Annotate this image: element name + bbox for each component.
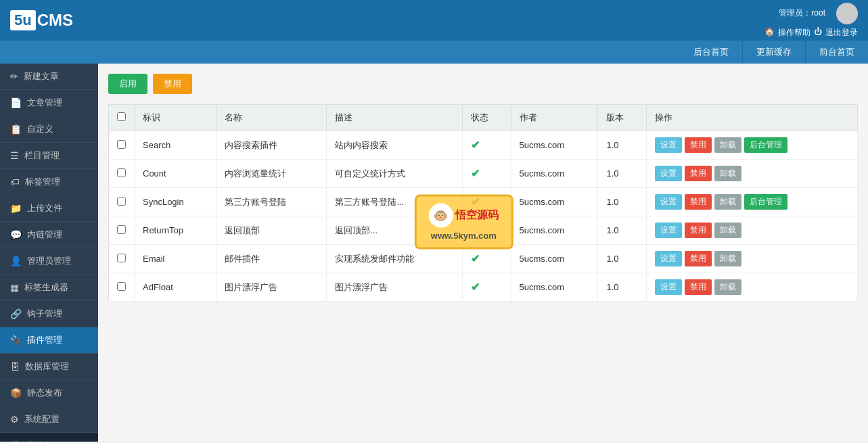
col-version: 版本 [598,105,647,131]
help-link[interactable]: 操作帮助 [778,27,810,39]
sidebar-item-inner-link[interactable]: 💬 内链管理 [0,222,98,248]
sidebar-item-column-manage[interactable]: ☰ 栏目管理 [0,143,98,169]
custom-icon: 📋 [10,124,22,135]
status-enabled-icon: ✔ [471,196,480,208]
cell-name-2: 第三方账号登陆 [216,188,327,216]
sidebar-item-static-publish[interactable]: 📦 静态发布 [0,380,98,406]
sidebar-item-db-manage[interactable]: 🗄 数据库管理 [0,354,98,380]
backend-btn-0[interactable]: 后台管理 [744,137,787,153]
col-author: 作者 [511,105,598,131]
cell-desc-2: 第三方账号登陆... [327,188,462,216]
cell-version-0: 1.0 [598,131,647,160]
unload-btn-3[interactable]: 卸载 [714,223,741,238]
setting-btn-2[interactable]: 设置 [655,194,682,210]
sidebar-label-custom: 自定义 [27,123,53,135]
cell-author-2: 5ucms.com [511,188,598,216]
status-enabled-icon: ✔ [471,139,480,151]
ban-btn-5[interactable]: 禁用 [685,279,712,295]
sidebar-label-tag-manage: 标签管理 [25,176,60,188]
ban-btn-1[interactable]: 禁用 [685,166,712,181]
frontend-home-btn[interactable]: 前台首页 [805,41,868,64]
sidebar-item-admin-manage[interactable]: 👤 管理员管理 [0,248,98,275]
row-checkbox-1[interactable] [117,168,126,177]
cell-id-2: SyncLogin [135,188,216,216]
db-manage-icon: 🗄 [10,361,20,372]
sidebar-label-new-article: 新建文章 [24,70,59,83]
logo: 5u CMS [10,10,73,30]
backend-home-btn[interactable]: 后台首页 [680,41,742,64]
unload-btn-1[interactable]: 卸载 [714,166,741,181]
cell-version-5: 1.0 [598,273,647,302]
logout-link[interactable]: 退出登录 [825,27,858,39]
system-config-icon: ⚙ [10,414,19,425]
cell-op-4: 设置 禁用 卸载 [647,245,858,273]
header: 5u CMS 管理员：root 🏠 操作帮助 ⏻ 退出登录 [0,0,868,41]
disable-button[interactable]: 禁用 [153,74,192,94]
table-row: ReturnTop返回顶部返回顶部...5ucms.com1.0 设置 禁用 卸… [109,216,858,245]
row-checkbox-0[interactable] [117,140,126,149]
sidebar-item-hook-manage[interactable]: 🔗 钩子管理 [0,301,98,327]
cell-status-2: ✔ [462,188,511,216]
action-bar: 启用 禁用 [108,74,858,94]
cell-op-0: 设置 禁用 卸载后台管理 [647,131,858,160]
update-cache-btn[interactable]: 更新缓存 [742,41,805,64]
cell-op-5: 设置 禁用 卸载 [647,273,858,302]
cell-name-3: 返回顶部 [216,216,327,245]
cache-status: 缓存已开启 [10,440,51,442]
unload-btn-0[interactable]: 卸载 [714,137,741,153]
ban-btn-3[interactable]: 禁用 [685,223,712,238]
sidebar: ✏ 新建文章 📄 文章管理 📋 自定义 ☰ 栏目管理 🏷 标签管理 📁 上传文件… [0,64,98,442]
setting-btn-5[interactable]: 设置 [655,279,682,295]
sidebar-item-article-manage[interactable]: 📄 文章管理 [0,90,98,116]
cell-status-5: ✔ [462,273,511,302]
sidebar-label-admin-manage: 管理员管理 [27,255,71,267]
cell-status-3 [462,216,511,245]
plugin-table: 标识 名称 描述 状态 作者 版本 操作 Search内容搜索插件站内内容搜索✔… [108,104,858,302]
setting-btn-0[interactable]: 设置 [655,137,682,153]
backend-btn-2[interactable]: 后台管理 [744,194,787,210]
select-all-checkbox[interactable] [117,112,126,121]
sidebar-item-upload-file[interactable]: 📁 上传文件 [0,195,98,222]
sidebar-item-tag-generator[interactable]: ▦ 标签生成器 [0,275,98,301]
static-publish-icon: 📦 [10,388,22,398]
ban-btn-0[interactable]: 禁用 [685,137,712,153]
enable-button[interactable]: 启用 [108,74,147,94]
setting-btn-3[interactable]: 设置 [655,223,682,238]
cell-id-4: Email [135,245,216,273]
sidebar-item-plugin-manage[interactable]: 🔌 插件管理 [0,327,98,354]
row-checkbox-3[interactable] [117,225,126,234]
new-article-icon: ✏ [10,71,18,82]
sidebar-item-system-config[interactable]: ⚙ 系统配置 [0,406,98,433]
ban-btn-4[interactable]: 禁用 [685,251,712,266]
sidebar-item-tag-manage[interactable]: 🏷 标签管理 [0,169,98,195]
row-checkbox-2[interactable] [117,197,126,206]
tag-manage-icon: 🏷 [10,177,20,187]
sidebar-item-custom[interactable]: 📋 自定义 [0,116,98,143]
setting-btn-1[interactable]: 设置 [655,166,682,181]
cell-version-3: 1.0 [598,216,647,245]
table-row: Search内容搜索插件站内内容搜索✔5ucms.com1.0 设置 禁用 卸载… [109,131,858,160]
plugin-manage-icon: 🔌 [10,335,22,346]
power-icon: ⏻ [814,27,822,39]
cell-id-3: ReturnTop [135,216,216,245]
ban-btn-2[interactable]: 禁用 [685,194,712,210]
col-checkbox [109,105,135,131]
row-checkbox-4[interactable] [117,254,126,262]
sidebar-label-column-manage: 栏目管理 [24,149,60,162]
cell-name-0: 内容搜索插件 [216,131,327,160]
article-manage-icon: 📄 [10,97,22,108]
unload-btn-4[interactable]: 卸载 [714,251,741,266]
plugin-tbody: Search内容搜索插件站内内容搜索✔5ucms.com1.0 设置 禁用 卸载… [109,131,858,302]
top-nav: 后台首页 更新缓存 前台首页 [0,41,868,64]
sidebar-label-hook-manage: 钩子管理 [27,308,62,320]
sidebar-label-plugin-manage: 插件管理 [27,334,62,346]
unload-btn-5[interactable]: 卸载 [714,279,741,295]
setting-btn-4[interactable]: 设置 [655,251,682,266]
sidebar-label-tag-generator: 标签生成器 [24,281,68,294]
sidebar-label-upload-file: 上传文件 [27,202,62,214]
sidebar-label-static-publish: 静态发布 [27,387,62,399]
cell-version-2: 1.0 [598,188,647,216]
sidebar-item-new-article[interactable]: ✏ 新建文章 [0,64,98,90]
unload-btn-2[interactable]: 卸载 [714,194,741,210]
row-checkbox-5[interactable] [117,282,126,291]
